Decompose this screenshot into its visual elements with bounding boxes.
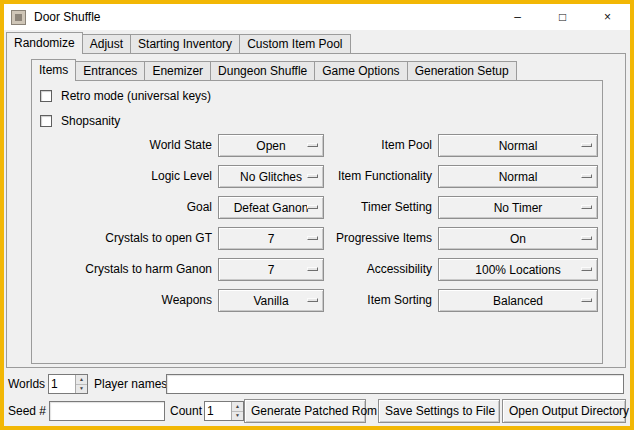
world-state-label: World State (32, 130, 212, 161)
dropdown-indicator-icon (581, 143, 592, 147)
crystals-gt-label: Crystals to open GT (32, 223, 212, 254)
window-title: Door Shuffle (34, 10, 101, 24)
seed-input[interactable] (49, 401, 165, 421)
item-pool-value: Normal (439, 139, 597, 153)
timer-setting-label: Timer Setting (324, 192, 432, 223)
main-tabbar: Randomize Adjust Starting Inventory Cust… (6, 32, 350, 53)
retro-mode-row: Retro mode (universal keys) (40, 89, 211, 103)
worlds-input[interactable] (49, 375, 75, 393)
dropdown-indicator-icon (581, 298, 592, 302)
sub-tabbar: Items Entrances Enemizer Dungeon Shuffle… (31, 59, 516, 80)
dropdown-indicator-icon (581, 236, 592, 240)
option-row: Weapons Vanilla Item Sorting Balanced (32, 285, 602, 316)
goal-dropdown[interactable]: Defeat Ganon (218, 196, 324, 219)
worlds-label: Worlds (8, 371, 45, 397)
item-pool-dropdown[interactable]: Normal (438, 134, 598, 157)
progressive-items-dropdown[interactable]: On (438, 227, 598, 250)
minimize-button[interactable]: – (495, 4, 540, 30)
item-functionality-label: Item Functionality (324, 161, 432, 192)
count-spinner-arrows: ▲ ▼ (231, 402, 243, 420)
tab-generation-setup[interactable]: Generation Setup (407, 61, 517, 80)
window-controls: – □ × (495, 4, 630, 30)
count-label: Count (170, 398, 202, 424)
spin-up-icon[interactable]: ▲ (76, 375, 87, 385)
item-sorting-label: Item Sorting (324, 285, 432, 316)
spin-down-icon[interactable]: ▼ (76, 385, 87, 394)
seed-label: Seed # (8, 398, 46, 424)
goal-label: Goal (32, 192, 212, 223)
dropdown-indicator-icon (307, 174, 318, 178)
item-pool-label: Item Pool (324, 130, 432, 161)
option-row: Crystals to harm Ganon 7 Accessibility 1… (32, 254, 602, 285)
spin-up-icon[interactable]: ▲ (232, 402, 243, 412)
option-row: Goal Defeat Ganon Timer Setting No Timer (32, 192, 602, 223)
items-pane: Retro mode (universal keys) Shopsanity W… (31, 80, 603, 364)
maximize-button[interactable]: □ (540, 4, 585, 30)
logic-level-dropdown[interactable]: No Glitches (218, 165, 324, 188)
tab-adjust[interactable]: Adjust (82, 34, 131, 53)
dropdown-indicator-icon (581, 267, 592, 271)
tab-randomize[interactable]: Randomize (6, 32, 83, 54)
dropdown-indicator-icon (307, 298, 318, 302)
crystals-ganon-label: Crystals to harm Ganon (32, 254, 212, 285)
option-row: Logic Level No Glitches Item Functionali… (32, 161, 602, 192)
item-functionality-value: Normal (439, 170, 597, 184)
progressive-items-value: On (439, 232, 597, 246)
crystals-gt-dropdown[interactable]: 7 (218, 227, 324, 250)
dropdown-indicator-icon (581, 205, 592, 209)
door-shuffle-window: Door Shuffle – □ × Randomize Adjust Star… (0, 0, 634, 430)
shopsanity-row: Shopsanity (40, 114, 120, 128)
tab-dungeon-shuffle[interactable]: Dungeon Shuffle (210, 61, 315, 80)
spin-down-icon[interactable]: ▼ (232, 412, 243, 421)
dropdown-indicator-icon (307, 143, 318, 147)
shopsanity-label: Shopsanity (61, 114, 120, 128)
retro-mode-label: Retro mode (universal keys) (61, 89, 211, 103)
weapons-dropdown[interactable]: Vanilla (218, 289, 324, 312)
timer-setting-dropdown[interactable]: No Timer (438, 196, 598, 219)
dropdown-indicator-icon (307, 236, 318, 240)
count-input[interactable] (205, 402, 231, 420)
weapons-label: Weapons (32, 285, 212, 316)
dropdown-indicator-icon (307, 205, 318, 209)
world-state-dropdown[interactable]: Open (218, 134, 324, 157)
app-icon (11, 10, 26, 25)
item-sorting-dropdown[interactable]: Balanced (438, 289, 598, 312)
save-settings-button[interactable]: Save Settings to File (378, 399, 500, 423)
logic-level-label: Logic Level (32, 161, 212, 192)
worlds-spinner-arrows: ▲ ▼ (75, 375, 87, 393)
player-names-input[interactable] (166, 374, 624, 394)
minimize-icon: – (514, 10, 521, 24)
item-functionality-dropdown[interactable]: Normal (438, 165, 598, 188)
randomize-pane: Items Entrances Enemizer Dungeon Shuffle… (6, 53, 626, 368)
accessibility-value: 100% Locations (439, 263, 597, 277)
window-content: Randomize Adjust Starting Inventory Cust… (4, 30, 630, 426)
dropdown-indicator-icon (581, 174, 592, 178)
tab-custom-item-pool[interactable]: Custom Item Pool (239, 34, 350, 53)
tab-game-options[interactable]: Game Options (314, 61, 407, 80)
option-row: World State Open Item Pool Normal (32, 130, 602, 161)
progressive-items-label: Progressive Items (324, 223, 432, 254)
accessibility-dropdown[interactable]: 100% Locations (438, 258, 598, 281)
crystals-ganon-dropdown[interactable]: 7 (218, 258, 324, 281)
maximize-icon: □ (559, 10, 566, 24)
retro-mode-checkbox[interactable] (40, 90, 52, 102)
tab-enemizer[interactable]: Enemizer (144, 61, 211, 80)
close-button[interactable]: × (585, 4, 630, 30)
generate-patched-rom-button[interactable]: Generate Patched Rom (244, 399, 366, 423)
tab-items[interactable]: Items (31, 59, 76, 81)
shopsanity-checkbox[interactable] (40, 115, 52, 127)
close-icon: × (604, 10, 611, 24)
titlebar: Door Shuffle – □ × (4, 4, 630, 30)
timer-setting-value: No Timer (439, 201, 597, 215)
dropdown-indicator-icon (307, 267, 318, 271)
player-names-label: Player names (94, 371, 167, 397)
accessibility-label: Accessibility (324, 254, 432, 285)
worlds-spinner: ▲ ▼ (48, 374, 88, 394)
open-output-directory-button[interactable]: Open Output Directory (502, 399, 626, 423)
item-sorting-value: Balanced (439, 294, 597, 308)
tab-entrances[interactable]: Entrances (75, 61, 145, 80)
tab-starting-inventory[interactable]: Starting Inventory (130, 34, 240, 53)
option-row: Crystals to open GT 7 Progressive Items … (32, 223, 602, 254)
count-spinner: ▲ ▼ (204, 401, 244, 421)
